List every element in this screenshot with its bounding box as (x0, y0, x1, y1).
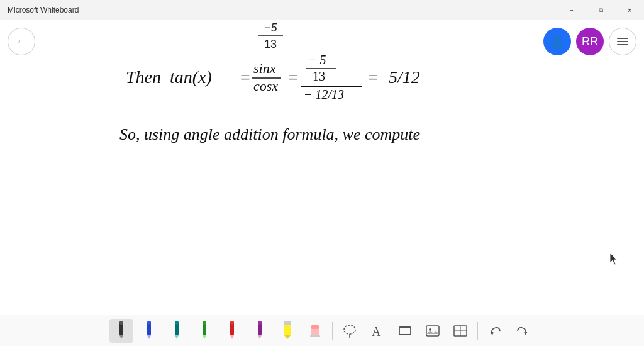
svg-text:13: 13 (264, 38, 277, 50)
svg-marker-20 (119, 335, 123, 339)
svg-point-24 (147, 321, 151, 325)
tool-pen-green[interactable] (192, 319, 216, 343)
svg-point-21 (119, 321, 123, 325)
svg-text:=: = (368, 67, 378, 87)
svg-marker-35 (258, 335, 262, 339)
svg-text:−5: −5 (264, 21, 278, 34)
toolbar: A (0, 315, 644, 346)
svg-text:=: = (288, 67, 298, 87)
tool-redo[interactable] (511, 319, 535, 343)
svg-text:5/12: 5/12 (389, 67, 420, 87)
tool-text[interactable]: A (365, 319, 389, 343)
svg-text:13: 13 (313, 69, 325, 83)
tool-undo[interactable] (483, 319, 507, 343)
tool-pen-red[interactable] (220, 319, 244, 343)
svg-text:sinx: sinx (253, 60, 276, 76)
svg-point-30 (203, 321, 206, 325)
minimize-button[interactable]: − (557, 0, 586, 20)
tool-pen-black[interactable] (109, 319, 133, 343)
app-title: Microsoft Whiteboard (8, 6, 79, 14)
svg-point-43 (344, 325, 355, 334)
svg-text:So,  using  angle addition  fo: So, using angle addition formula, we com… (119, 125, 420, 143)
close-button[interactable]: ✕ (615, 0, 644, 20)
svg-rect-42 (310, 335, 320, 337)
math-content: −5 13 Then tan(x) = sinx cosx = − 5 13 −… (0, 20, 644, 315)
svg-text:A: A (372, 325, 381, 338)
svg-point-36 (258, 321, 262, 325)
svg-text:Then: Then (126, 67, 161, 87)
svg-marker-23 (147, 335, 151, 339)
window-controls: − ⧉ ✕ (557, 0, 644, 20)
svg-text:=: = (240, 67, 250, 87)
svg-marker-29 (203, 335, 206, 339)
svg-marker-49 (426, 330, 439, 334)
svg-rect-41 (311, 325, 319, 329)
svg-text:tan(x): tan(x) (170, 67, 212, 87)
tool-rectangle[interactable] (393, 319, 417, 343)
svg-rect-47 (426, 326, 439, 336)
titlebar: Microsoft Whiteboard − ⧉ ✕ (0, 0, 644, 20)
tool-insert-image[interactable] (421, 319, 445, 343)
svg-point-27 (175, 321, 179, 325)
canvas-area: ← 👤 RR −5 13 Then tan(x) = sinx cosx (0, 20, 644, 315)
svg-marker-32 (230, 335, 234, 339)
tool-pen-teal[interactable] (165, 319, 189, 343)
tool-highlighter-yellow[interactable] (275, 319, 299, 343)
tool-pen-blue[interactable] (137, 319, 161, 343)
svg-rect-39 (284, 321, 291, 325)
tool-insert-table[interactable] (448, 319, 472, 343)
svg-text:− 5: − 5 (308, 53, 326, 67)
svg-text:cosx: cosx (253, 78, 278, 94)
svg-marker-53 (490, 332, 494, 335)
svg-marker-54 (524, 332, 528, 335)
tool-lasso[interactable] (338, 319, 362, 343)
svg-marker-26 (175, 335, 179, 339)
toolbar-separator-1 (332, 322, 333, 340)
tool-pen-purple[interactable] (248, 319, 272, 343)
svg-text:− 12/13: − 12/13 (304, 87, 344, 101)
tool-eraser[interactable] (303, 319, 327, 343)
svg-marker-38 (284, 335, 291, 339)
toolbar-separator-2 (477, 322, 478, 340)
svg-rect-46 (399, 327, 411, 335)
restore-button[interactable]: ⧉ (586, 0, 615, 20)
svg-point-33 (230, 321, 234, 325)
